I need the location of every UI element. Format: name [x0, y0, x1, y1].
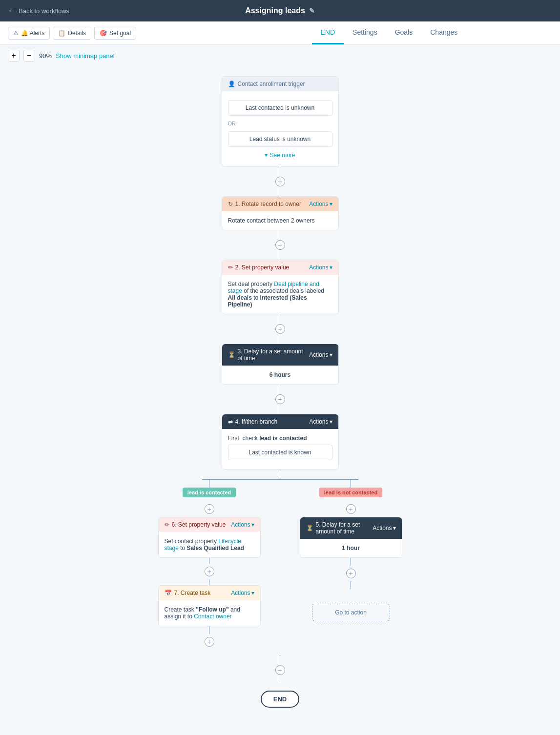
chevron-down-icon: ▾: [251, 521, 254, 528]
condition1-text: Last contacted is unknown: [246, 104, 314, 111]
person-icon: 👤: [228, 81, 235, 87]
zoom-level: 90%: [39, 52, 52, 60]
bottom-stem2: [280, 675, 280, 683]
left-branch-add3[interactable]: +: [205, 637, 214, 647]
line-2b: [280, 250, 280, 260]
right-branch-add[interactable]: +: [346, 504, 356, 514]
topbar-title: Assigning leads ✎: [245, 6, 315, 15]
step7-header: 📅 7. Create task Actions ▾: [159, 586, 260, 600]
bottom-stem: [280, 655, 280, 665]
right-branch: lead is not contacted + ⏳ 5. Delay for a…: [300, 480, 402, 621]
step5-actions[interactable]: Actions ▾: [373, 525, 395, 531]
line-1b: [280, 186, 280, 196]
tab-settings[interactable]: Settings: [344, 21, 386, 44]
back-arrow-icon: ←: [8, 6, 16, 15]
branch-icon: ⇌: [228, 418, 233, 425]
chevron-down-icon: ▾: [330, 201, 332, 207]
step1-actions[interactable]: Actions ▾: [309, 201, 332, 207]
toolbar: + − 90% Show minimap panel: [0, 45, 560, 66]
see-more-button[interactable]: ▾ See more: [228, 150, 332, 161]
back-link[interactable]: ← Back to workflows: [8, 6, 69, 15]
topbar: ← Back to workflows Assigning leads ✎: [0, 0, 560, 21]
go-to-action[interactable]: Go to action: [312, 604, 390, 621]
step4-body: First, check lead is contacted Last cont…: [222, 429, 338, 469]
step3-actions[interactable]: Actions ▾: [309, 351, 332, 358]
step7-link[interactable]: Contact owner: [194, 613, 231, 620]
step3-label: 3. Delay for a set amount of time: [238, 348, 310, 362]
connector-2: +: [275, 230, 285, 260]
tabs-group: END Settings Goals Changes: [312, 21, 467, 44]
add-step-1[interactable]: +: [275, 177, 285, 186]
line-4b: [280, 404, 280, 414]
step6-actions[interactable]: Actions ▾: [231, 521, 254, 528]
step4-card: ⇌ 4. If/then branch Actions ▾ First, che…: [222, 414, 339, 470]
edit-icon[interactable]: ✎: [309, 7, 315, 15]
condition2-text: Lead status is unknown: [249, 136, 311, 143]
minimap-link[interactable]: Show minimap panel: [56, 52, 115, 60]
add-step-3[interactable]: +: [275, 324, 285, 334]
tab-goals[interactable]: Goals: [386, 21, 422, 44]
left-branch-line-top: [209, 480, 209, 488]
rotate-icon: ↻: [228, 201, 233, 207]
details-label: Details: [68, 30, 86, 37]
zoom-out-button[interactable]: −: [23, 50, 35, 61]
nav-tabs: ⚠ 🔔 Alerts 📋 Details 🎯 Set goal END Sett…: [0, 21, 560, 45]
right-branch-label: lead is not contacted: [319, 488, 382, 497]
trigger-body: Last contacted is unknown OR Lead status…: [222, 91, 338, 166]
left-branch-add2[interactable]: +: [205, 567, 214, 576]
chevron-down-icon: ▾: [251, 590, 254, 596]
or-label: OR: [228, 119, 332, 128]
step4-actions[interactable]: Actions ▾: [309, 418, 332, 425]
line-4: [280, 385, 280, 394]
details-button[interactable]: 📋 Details: [53, 27, 91, 40]
line-3b: [280, 334, 280, 344]
alert-icon: ⚠: [13, 30, 19, 37]
task-icon: 📅: [165, 590, 172, 596]
step4-condition: Last contacted is known: [228, 445, 332, 460]
right-branch-line-mid: [351, 558, 351, 566]
line-2: [280, 230, 280, 240]
right-branch-add2[interactable]: +: [346, 569, 356, 578]
step2-label: 2. Set property value: [235, 264, 290, 271]
step3-header: ⏳ 3. Delay for a set amount of time Acti…: [222, 344, 338, 366]
add-step-end[interactable]: +: [275, 665, 285, 675]
add-step-4[interactable]: +: [275, 394, 285, 404]
branch-stem: [280, 470, 280, 479]
step1-header: ↻ 1. Rotate record to owner Actions ▾: [222, 197, 338, 211]
alerts-button[interactable]: ⚠ 🔔 Alerts: [8, 27, 50, 40]
see-more-label: See more: [270, 152, 295, 159]
right-branch-line-top: [351, 480, 351, 488]
back-label: Back to workflows: [19, 7, 69, 15]
branch-area: lead is contacted + ✏ 6. Set property va…: [178, 470, 383, 683]
trigger-label: Contact enrollment trigger: [238, 81, 305, 87]
add-step-2[interactable]: +: [275, 240, 285, 250]
chevron-down-icon: ▾: [393, 525, 396, 531]
step5-card: ⏳ 5. Delay for a set amount of time Acti…: [300, 517, 402, 558]
step2-header: ✏ 2. Set property value Actions ▾: [222, 260, 338, 275]
step7-label: 7. Create task: [174, 590, 211, 596]
chevron-down-icon: ▾: [330, 418, 332, 425]
goal-icon: 🎯: [100, 30, 107, 37]
tab-actions[interactable]: END: [312, 21, 344, 44]
step2-actions[interactable]: Actions ▾: [309, 264, 332, 271]
left-branch: lead is contacted + ✏ 6. Set property va…: [158, 480, 261, 650]
trigger-condition1: Last contacted is unknown: [228, 100, 332, 116]
line-3: [280, 314, 280, 324]
property-icon: ✏: [228, 264, 233, 271]
tab-changes[interactable]: Changes: [421, 21, 466, 44]
details-icon: 📋: [58, 30, 65, 37]
tab-changes-label: Changes: [430, 28, 457, 36]
line-1: [280, 167, 280, 177]
step7-actions[interactable]: Actions ▾: [231, 590, 254, 596]
step5-header: ⏳ 5. Delay for a set amount of time Acti…: [300, 517, 402, 539]
connector-4: +: [275, 385, 285, 414]
workflow-title: Assigning leads: [245, 6, 305, 15]
tab-goals-label: Goals: [395, 28, 413, 36]
left-branch-add[interactable]: +: [205, 504, 214, 514]
zoom-in-button[interactable]: +: [8, 50, 20, 61]
left-branch-line-bot: [209, 626, 209, 634]
chevron-down-icon: ▾: [330, 264, 332, 271]
set-goal-button[interactable]: 🎯 Set goal: [94, 27, 136, 40]
trigger-condition2: Lead status is unknown: [228, 131, 332, 147]
step6-header: ✏ 6. Set property value Actions ▾: [159, 517, 260, 532]
